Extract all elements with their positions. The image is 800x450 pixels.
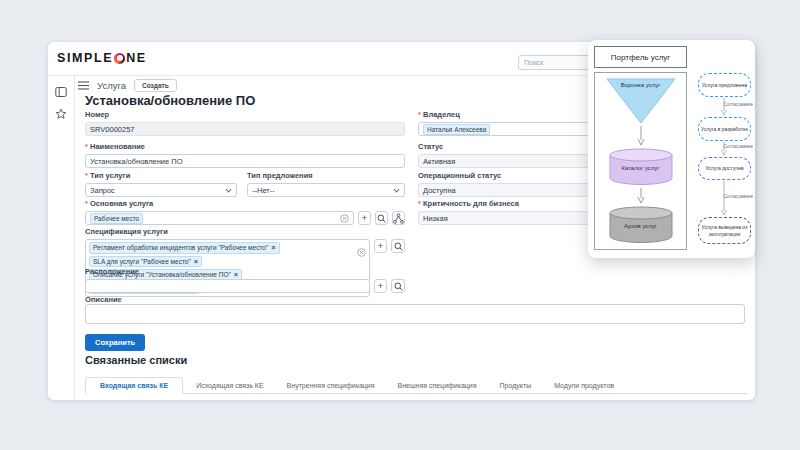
logo-text-suffix: NE [126, 51, 147, 65]
search-icon[interactable] [391, 279, 405, 293]
state-service-retired: Услуга выведена из эксплуатации [698, 217, 751, 244]
funnel-stage-service-archive: Архив услуг [609, 206, 673, 244]
field-main-service-label: Основная услуга [85, 199, 405, 208]
tab-product-modules[interactable]: Модули продуктов [544, 378, 624, 393]
transition-label: Согласование [723, 194, 753, 199]
location-input[interactable] [85, 279, 370, 293]
search-icon[interactable] [375, 211, 388, 225]
service-funnel-diagram: Воронка услуг Каталог услуг Архив услуг [594, 72, 687, 250]
tab-internal-specification[interactable]: Внутренняя спецификация [277, 378, 385, 393]
field-description-label: Описание [85, 295, 745, 304]
funnel-stage-label: Воронка услуг [621, 82, 661, 90]
logo: SIMPLENE [57, 51, 147, 65]
arrow-down-icon [720, 98, 728, 116]
name-input[interactable] [85, 154, 405, 168]
owner-chip[interactable]: Наталья Алексеева [423, 124, 490, 135]
remove-icon[interactable]: × [271, 244, 275, 252]
offer-type-select[interactable]: --Нет-- [247, 183, 405, 197]
related-lists-heading: Связанные списки [85, 354, 187, 366]
tab-incoming-ci-relations[interactable]: Входящая связь КЕ [85, 377, 183, 394]
field-name-label: Наименование [85, 142, 405, 151]
add-icon[interactable]: + [374, 239, 388, 253]
field-name: Наименование [85, 142, 405, 168]
transition-label: Согласование [723, 102, 753, 107]
funnel-stage-service-catalog: Каталог услуг [609, 148, 673, 186]
record-toolbar: Услуга Создать [78, 79, 177, 92]
number-input[interactable] [85, 122, 405, 136]
arrow-down-icon [636, 188, 646, 204]
hierarchy-icon[interactable] [392, 211, 405, 225]
specification-chip[interactable]: Регламент обработки инцидентов услуги "Р… [89, 242, 280, 254]
page-title: Установка/обновление ПО [85, 93, 255, 108]
menu-icon[interactable] [78, 81, 89, 90]
tab-products[interactable]: Продукты [490, 378, 542, 393]
search-icon[interactable] [391, 239, 405, 253]
field-specification-label: Спецификация услуги [85, 227, 405, 236]
create-button[interactable]: Создать [134, 79, 177, 92]
logo-text-prefix: SIMPLE [57, 51, 113, 65]
tab-external-specification[interactable]: Внешняя спецификация [388, 378, 487, 393]
state-service-proposed: Услуга предложена [698, 73, 751, 97]
add-icon[interactable]: + [358, 211, 371, 225]
add-icon[interactable]: + [374, 279, 388, 293]
specification-chip[interactable]: SLA для услуги "Рабочее место"× [89, 256, 202, 268]
field-offer-type-label: Тип предложения [247, 171, 405, 180]
save-button[interactable]: Сохранить [85, 334, 145, 351]
field-location-label: Расположение [85, 267, 405, 276]
field-number-label: Номер [85, 110, 405, 119]
field-main-service: Основная услуга Рабочее место + [85, 199, 405, 225]
description-textarea[interactable] [85, 304, 745, 324]
field-offer-type: Тип предложения --Нет-- [247, 171, 405, 197]
main-service-input[interactable]: Рабочее место [85, 211, 354, 225]
logo-o-icon [114, 53, 125, 64]
service-portfolio-overlay: Портфель услуг Воронка услуг Каталог усл… [588, 40, 755, 258]
state-service-available: Услуга доступна [698, 157, 751, 180]
page: SIMPLENE Услуга Создать Установка/обновл… [0, 0, 800, 450]
field-location: Расположение + [85, 267, 405, 293]
funnel-stage-service-funnel: Воронка услуг [606, 78, 676, 124]
field-number: Номер [85, 110, 405, 136]
chevron-down-icon [393, 188, 400, 193]
left-icon-rail [48, 76, 75, 400]
service-type-select[interactable]: Запрос [85, 183, 237, 197]
overlay-title: Портфель услуг [594, 46, 687, 68]
arrow-down-icon [636, 126, 646, 146]
favorite-star-icon[interactable] [55, 106, 67, 118]
chevron-down-icon [225, 188, 232, 193]
transition-label: Согласование [723, 144, 753, 149]
field-service-type-label: Тип услуги [85, 171, 237, 180]
field-service-type: Тип услуги Запрос [85, 171, 237, 197]
field-description: Описание [85, 295, 745, 327]
related-lists-tabs: Входящая связь КЕ Исходящая связь КЕ Вну… [85, 374, 747, 394]
clear-icon[interactable] [340, 214, 349, 223]
clear-icon[interactable] [357, 248, 366, 257]
main-service-chip[interactable]: Рабочее место [90, 213, 143, 224]
funnel-stage-label: Архив услуг [609, 223, 673, 229]
sidebar-toggle-icon[interactable] [55, 84, 67, 96]
remove-icon[interactable]: × [194, 258, 198, 266]
state-service-in-development: Услуга в разработке [698, 117, 751, 141]
tab-outgoing-ci-relations[interactable]: Исходящая связь КЕ [186, 378, 273, 393]
module-label[interactable]: Услуга [97, 80, 126, 91]
funnel-stage-label: Каталог услуг [609, 165, 673, 171]
